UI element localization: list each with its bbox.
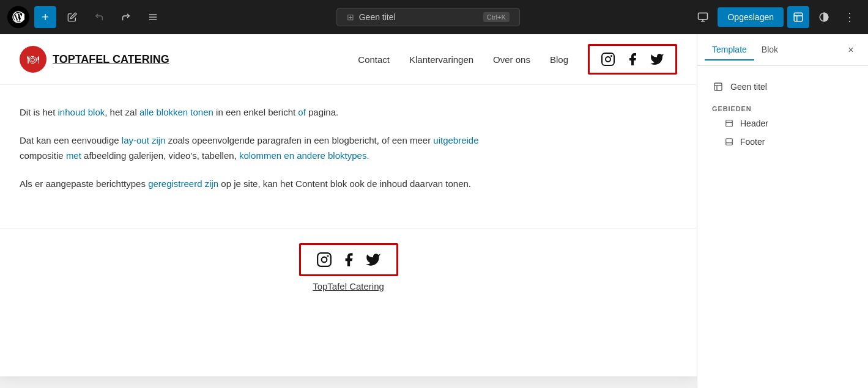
header-item[interactable]: Header (705, 115, 861, 132)
right-panel: Template Blok × Geen titel GEBIEDEN (697, 34, 868, 388)
instagram-icon-footer[interactable] (316, 251, 333, 268)
footer-item[interactable]: Footer (705, 133, 861, 150)
edit-button[interactable] (61, 6, 83, 28)
undo-button[interactable] (88, 6, 110, 28)
save-button[interactable]: Opgeslagen (718, 7, 784, 27)
svg-rect-11 (602, 53, 614, 65)
footer-icon (724, 137, 734, 147)
preview-button[interactable] (692, 6, 714, 28)
twitter-icon-header[interactable] (648, 51, 666, 68)
redo-button[interactable] (115, 6, 137, 28)
svg-rect-17 (714, 83, 722, 90)
list-view-button[interactable] (142, 6, 164, 28)
svg-point-13 (611, 56, 612, 56)
toolbar: + ⊞ Geen titel Ctrl+K Opgeslagen (0, 0, 868, 34)
twitter-icon-footer[interactable] (365, 251, 382, 268)
instagram-icon-header[interactable] (599, 51, 617, 68)
svg-rect-4 (699, 13, 708, 20)
content-paragraph-2: Dat kan een eenvoudige lay-out zijn zoal… (20, 133, 484, 164)
more-options-button[interactable]: ⋮ (839, 6, 861, 28)
site-logo: 🍽 TOPTAFEL CATERING (20, 46, 169, 73)
site-footer: TopTafel Catering (0, 228, 697, 306)
toolbar-right: Opgeslagen ⋮ (692, 6, 861, 28)
footer-label: Footer (740, 137, 765, 147)
main-area: 🍽 TOPTAFEL CATERING Contact Klantervarin… (0, 34, 868, 388)
header-label: Header (740, 119, 768, 128)
site-nav: Contact Klantervaringen Over ons Blog (358, 54, 568, 65)
facebook-icon-footer[interactable] (340, 251, 357, 268)
panel-close-button[interactable]: × (841, 40, 861, 60)
svg-rect-20 (726, 120, 733, 127)
canvas-area: 🍽 TOPTAFEL CATERING Contact Klantervarin… (0, 34, 697, 388)
nav-over-ons[interactable]: Over ons (493, 54, 530, 65)
header-social-icons (588, 44, 677, 75)
svg-rect-7 (794, 13, 803, 21)
header-icon (724, 119, 734, 128)
panel-tabs: Template Blok × (697, 34, 868, 66)
nav-contact[interactable]: Contact (358, 54, 390, 65)
page-title: Geen titel (359, 12, 396, 22)
add-button[interactable]: + (34, 6, 56, 28)
title-bar[interactable]: ⊞ Geen titel Ctrl+K (336, 8, 520, 26)
gebieden-label: GEBIEDEN (705, 100, 861, 115)
footer-site-name: TopTafel Catering (313, 281, 384, 291)
geen-titel-item[interactable]: Geen titel (705, 76, 861, 98)
svg-point-12 (606, 57, 610, 62)
wp-logo (7, 6, 29, 28)
site-name: TOPTAFEL CATERING (53, 53, 169, 66)
svg-rect-22 (726, 139, 733, 145)
facebook-icon-header[interactable] (624, 51, 641, 68)
site-header: 🍽 TOPTAFEL CATERING Contact Klantervarin… (0, 34, 697, 85)
footer-social-icons (299, 243, 398, 276)
title-area: ⊞ Geen titel Ctrl+K (169, 8, 687, 26)
tab-blok[interactable]: Blok (754, 40, 785, 60)
logo-icon: 🍽 (20, 46, 46, 73)
page-preview: 🍽 TOPTAFEL CATERING Contact Klantervarin… (0, 34, 697, 376)
keyboard-shortcut: Ctrl+K (483, 12, 510, 22)
contrast-button[interactable] (813, 6, 835, 28)
panel-content: Geen titel GEBIEDEN Header Footer (697, 66, 868, 388)
nav-klantervaringen[interactable]: Klantervaringen (409, 54, 473, 65)
svg-point-16 (327, 256, 328, 257)
site-content: Dit is het inhoud blok, het zal alle blo… (0, 85, 697, 228)
svg-rect-14 (317, 253, 331, 266)
template-icon-button[interactable] (787, 6, 809, 28)
tab-template[interactable]: Template (705, 40, 754, 60)
content-paragraph-1: Dit is het inhoud blok, het zal alle blo… (20, 104, 484, 120)
nav-blog[interactable]: Blog (550, 54, 568, 65)
content-paragraph-3: Als er aangepaste berichttypes geregistr… (20, 176, 484, 192)
svg-point-15 (321, 257, 327, 263)
layout-icon (712, 81, 724, 93)
geen-titel-label: Geen titel (730, 82, 767, 92)
